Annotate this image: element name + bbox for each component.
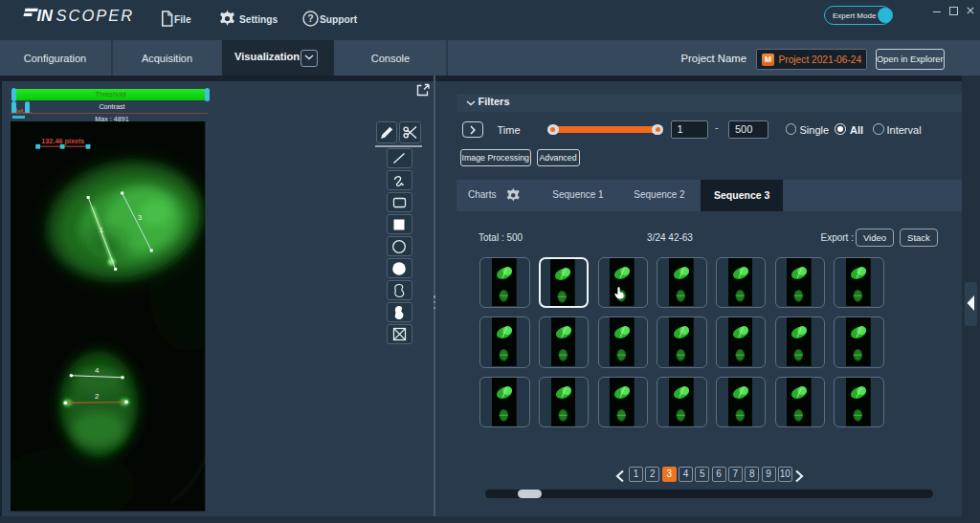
svg-text:2: 2 — [95, 392, 100, 401]
svg-text:3: 3 — [138, 213, 143, 222]
svg-text:SCOPER: SCOPER — [56, 8, 135, 24]
svg-text:4: 4 — [95, 366, 100, 375]
svg-text:?: ? — [307, 12, 313, 24]
svg-text:IN: IN — [37, 8, 55, 24]
svg-text:1: 1 — [100, 226, 104, 234]
